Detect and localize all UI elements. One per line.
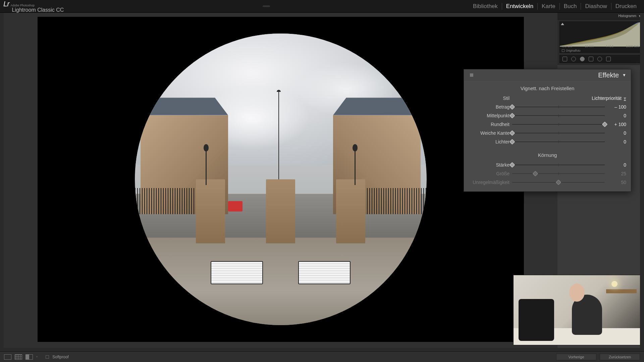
grain-label-1: Größe	[469, 171, 509, 176]
grain-value-0[interactable]: 0	[607, 162, 626, 168]
bottom-toolbar: • Softproof Vorherige Zurücksetzen	[0, 351, 644, 362]
window-grip[interactable]	[64, 5, 469, 7]
vignette-row-2: Rundheit+ 100	[469, 120, 626, 129]
effects-panel-header[interactable]: Effekte ▼	[464, 69, 631, 81]
brush-tool-icon[interactable]	[606, 57, 611, 61]
grain-row-0: Stärke0	[469, 161, 626, 169]
module-switcher: BibliothekEntwickelnKarteBuchDiashowDruc…	[469, 3, 641, 10]
module-tab-buch[interactable]: Buch	[560, 3, 581, 10]
meta-iso: ISO 100	[562, 45, 572, 48]
vignette-row-3: Weiche Kante0	[469, 129, 626, 137]
app-name: Lightroom Classic CC	[12, 7, 64, 13]
shadow-clip-icon[interactable]	[561, 23, 564, 25]
vignette-row-4: Lichter0	[469, 137, 626, 146]
reset-button[interactable]: Zurücksetzen	[600, 354, 640, 360]
photo-preview	[135, 34, 427, 325]
style-dropdown[interactable]: Lichterpriorität	[512, 96, 626, 101]
grain-row-2: Unregelmäßigkeit50	[469, 178, 626, 187]
vignette-slider-0[interactable]	[512, 105, 605, 109]
app-logo: Lr Adobe Photoshop Lightroom Classic CC	[3, 0, 64, 13]
module-tab-diashow[interactable]: Diashow	[581, 3, 611, 10]
photo-canvas[interactable]	[38, 17, 524, 342]
grain-slider-1	[512, 171, 605, 176]
grain-value-1[interactable]: 25	[607, 171, 626, 176]
vignette-label-2: Rundheit	[469, 122, 509, 127]
grain-value-2[interactable]: 50	[607, 180, 626, 185]
logo-mark: Lr	[3, 0, 9, 8]
vignette-style-row: Stil Lichterpriorität	[469, 94, 626, 103]
grid-view-icon[interactable]	[15, 354, 22, 360]
panel-switch-icon[interactable]	[470, 73, 473, 77]
grain-slider-0[interactable]	[512, 163, 605, 167]
softproof-label: Softproof	[52, 355, 69, 359]
view-separator: •	[36, 355, 38, 359]
checkbox-icon	[562, 49, 565, 52]
vignette-row-1: Mittelpunkt0	[469, 111, 626, 120]
radial-tool-icon[interactable]	[597, 57, 602, 61]
vignette-value-2[interactable]: + 100	[607, 122, 626, 127]
grain-row-1: Größe25	[469, 169, 626, 178]
vignette-value-1[interactable]: 0	[607, 113, 626, 118]
redeye-tool-icon[interactable]	[580, 57, 585, 61]
grain-label-0: Stärke	[469, 162, 509, 168]
local-tools-strip	[559, 55, 642, 63]
spot-tool-icon[interactable]	[571, 57, 576, 61]
vignette-label-0: Betrag	[469, 104, 509, 110]
histogram-plot	[560, 22, 642, 47]
vignette-slider-1[interactable]	[512, 113, 605, 118]
grain-heading: Körnung	[469, 152, 626, 158]
left-panel-rail[interactable]	[0, 13, 4, 348]
vignette-row-0: Betrag– 100	[469, 103, 626, 111]
vignette-heading: Vignett. nach Freistellen	[469, 85, 626, 91]
meta-shutter: 1/200 Sek.	[626, 45, 640, 48]
vignette-slider-2[interactable]	[512, 122, 605, 127]
vignette-value-0[interactable]: – 100	[607, 104, 626, 110]
vignette-label-4: Lichter	[469, 139, 509, 144]
histogram-header[interactable]: Histogramm ▼	[557, 13, 644, 19]
vignette-value-4[interactable]: 0	[607, 139, 626, 144]
style-label: Stil	[469, 96, 509, 101]
loupe-view-icon[interactable]	[4, 354, 11, 360]
compare-view-icon[interactable]	[25, 354, 33, 360]
module-tab-bibliothek[interactable]: Bibliothek	[469, 3, 502, 10]
meta-focal: 16 mm	[585, 45, 594, 48]
previous-button[interactable]: Vorherige	[556, 354, 596, 360]
vignette-value-3[interactable]: 0	[607, 130, 626, 136]
histogram[interactable]: ISO 100 16 mm f / 5.6 1/200 Sek. Origina…	[559, 21, 642, 53]
vignette-slider-4[interactable]	[512, 139, 605, 144]
vignette-slider-3[interactable]	[512, 131, 605, 135]
softproof-checkbox[interactable]	[46, 355, 49, 359]
crop-tool-icon[interactable]	[562, 57, 567, 61]
grad-tool-icon[interactable]	[589, 57, 593, 61]
vignette-label-1: Mittelpunkt	[469, 113, 509, 118]
top-bar: Lr Adobe Photoshop Lightroom Classic CC …	[0, 0, 644, 13]
vendor-label: Adobe Photoshop	[11, 4, 64, 7]
effects-panel: Effekte ▼ Vignett. nach Freistellen Stil…	[464, 69, 631, 192]
webcam-overlay	[513, 275, 641, 345]
meta-aperture: f / 5.6	[606, 45, 613, 48]
histogram-title: Histogramm	[618, 14, 636, 18]
module-tab-karte[interactable]: Karte	[538, 3, 560, 10]
collapse-icon: ▼	[622, 73, 626, 77]
grain-label-2: Unregelmäßigkeit	[469, 180, 509, 185]
original-toggle[interactable]: Originalfoto	[562, 49, 580, 52]
grain-slider-2	[512, 180, 605, 185]
module-tab-entwickeln[interactable]: Entwickeln	[502, 3, 538, 10]
effects-panel-title: Effekte	[598, 71, 619, 79]
vignette-label-3: Weiche Kante	[469, 130, 509, 136]
module-tab-drucken[interactable]: Drucken	[611, 3, 641, 10]
histogram-metadata: ISO 100 16 mm f / 5.6 1/200 Sek.	[560, 45, 642, 48]
right-panel-rail[interactable]	[640, 13, 644, 351]
